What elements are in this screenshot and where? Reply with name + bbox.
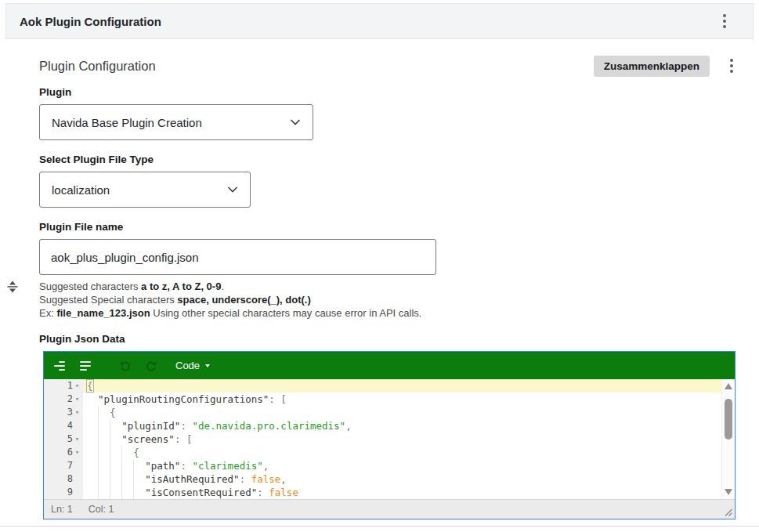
file-type-field: Select Plugin File Type localization xyxy=(39,154,736,208)
code-mode-dropdown[interactable]: Code xyxy=(171,356,215,375)
plugin-field: Plugin Navida Base Plugin Creation xyxy=(39,86,736,140)
file-name-input[interactable] xyxy=(39,239,436,275)
fold-toggle-icon[interactable]: ▾ xyxy=(73,406,81,419)
line-number: 1 xyxy=(67,379,73,393)
line-gutter: 6▾ xyxy=(44,446,83,459)
code-line[interactable]: 1▾{ xyxy=(44,379,735,393)
page-title: Aok Plugin Configuration xyxy=(20,15,161,28)
line-number: 5 xyxy=(67,432,73,446)
fold-toggle-icon[interactable]: ▾ xyxy=(73,446,81,459)
scrollbar-up-icon[interactable] xyxy=(725,383,732,389)
code-line[interactable]: 3▾ { xyxy=(44,406,735,419)
line-number: 7 xyxy=(67,459,73,472)
cursor-col-indicator: Col: 1 xyxy=(89,504,114,515)
file-name-hints: Suggested characters a to z, A to Z, 0-9… xyxy=(39,280,736,320)
line-gutter: 1▾ xyxy=(44,379,83,393)
plugin-label: Plugin xyxy=(39,86,736,98)
file-name-field: Plugin File name xyxy=(39,221,736,275)
section-title: Plugin Configuration xyxy=(39,59,156,74)
file-type-select-value: localization xyxy=(52,183,110,197)
page-header: Aok Plugin Configuration xyxy=(5,3,754,39)
hint-line: Suggested Special characters space, unde… xyxy=(39,293,736,306)
header-kebab-menu-icon[interactable] xyxy=(720,11,729,31)
format-json-icon[interactable] xyxy=(51,356,70,375)
scrollbar-thumb[interactable] xyxy=(725,399,732,440)
line-gutter: 3▾ xyxy=(44,406,83,419)
code-line[interactable]: 4 "pluginId": "de.navida.pro.clarimedis"… xyxy=(44,419,735,432)
vertical-resize-icon[interactable] xyxy=(7,280,18,293)
line-number: 6 xyxy=(67,446,73,459)
code-line[interactable]: 7 "path": "clarimedis", xyxy=(44,459,735,472)
line-gutter: 8 xyxy=(44,472,83,486)
code-line[interactable]: 5▾ "screens": [ xyxy=(44,432,735,446)
code-text: "isAuthRequired": false, xyxy=(83,472,721,486)
collapse-button[interactable]: Zusammenklappen xyxy=(594,56,710,77)
json-editor: Code 1▾{2▾ "pluginRoutingConfigurations"… xyxy=(43,351,736,519)
code-line[interactable]: 2▾ "pluginRoutingConfigurations": [ xyxy=(44,393,735,406)
line-number: 9 xyxy=(67,486,73,499)
line-number: 4 xyxy=(67,419,73,432)
editor-statusbar: Ln: 1 Col: 1 xyxy=(44,499,735,519)
editor-scrollbar[interactable] xyxy=(721,379,735,499)
code-line[interactable]: 8 "isAuthRequired": false, xyxy=(44,472,735,486)
editor-toolbar: Code xyxy=(44,352,735,379)
code-line[interactable]: 9 "isConsentRequired": false xyxy=(44,486,735,499)
code-lines: 1▾{2▾ "pluginRoutingConfigurations": [3▾… xyxy=(44,379,735,499)
section-kebab-menu-icon[interactable] xyxy=(727,56,736,76)
line-gutter: 9 xyxy=(44,486,83,499)
line-gutter: 5▾ xyxy=(44,432,83,446)
compact-json-icon[interactable] xyxy=(77,356,96,375)
code-line[interactable]: 6▾ { xyxy=(44,446,735,459)
code-area[interactable]: 1▾{2▾ "pluginRoutingConfigurations": [3▾… xyxy=(44,379,735,499)
cursor-line-indicator: Ln: 1 xyxy=(51,504,73,515)
chevron-down-icon xyxy=(289,116,302,128)
scrollbar-down-icon[interactable] xyxy=(725,489,732,495)
chevron-down-icon xyxy=(226,183,239,196)
plugin-select-value: Navida Base Plugin Creation xyxy=(52,116,202,129)
line-number: 3 xyxy=(67,406,73,419)
line-number: 2 xyxy=(67,393,73,406)
line-gutter: 2▾ xyxy=(44,393,83,406)
code-text: "screens": [ xyxy=(83,432,721,446)
code-text: { xyxy=(83,379,721,393)
undo-icon[interactable] xyxy=(115,356,134,375)
hint-line: Suggested characters a to z, A to Z, 0-9… xyxy=(39,280,736,293)
main-content: Plugin Configuration Zusammenklappen Plu… xyxy=(0,39,759,519)
page-bottom-divider xyxy=(0,526,759,527)
code-text: "pluginId": "de.navida.pro.clarimedis", xyxy=(83,419,721,432)
plugin-select[interactable]: Navida Base Plugin Creation xyxy=(39,104,313,140)
line-gutter: 7 xyxy=(44,459,83,472)
fold-toggle-icon[interactable]: ▾ xyxy=(73,393,81,406)
line-number: 8 xyxy=(67,472,73,486)
file-type-label: Select Plugin File Type xyxy=(39,154,736,165)
mode-label: Code xyxy=(175,360,200,371)
hint-line: Ex: file_name_123.json Using other speci… xyxy=(39,306,736,320)
line-gutter: 4 xyxy=(44,419,83,432)
resize-handle-icon[interactable] xyxy=(724,508,733,517)
fold-toggle-icon[interactable]: ▾ xyxy=(73,379,81,393)
code-text: { xyxy=(83,406,721,419)
code-text: { xyxy=(83,446,721,459)
code-text: "isConsentRequired": false xyxy=(83,486,721,499)
code-text: "path": "clarimedis", xyxy=(83,459,721,472)
json-data-label: Plugin Json Data xyxy=(39,333,736,345)
caret-down-icon xyxy=(205,364,210,367)
file-name-label: Plugin File name xyxy=(39,221,736,233)
section-header: Plugin Configuration Zusammenklappen xyxy=(39,55,736,77)
fold-toggle-icon[interactable]: ▾ xyxy=(73,432,81,446)
file-type-select[interactable]: localization xyxy=(39,172,251,208)
redo-icon[interactable] xyxy=(141,356,160,375)
code-text: "pluginRoutingConfigurations": [ xyxy=(83,393,721,406)
